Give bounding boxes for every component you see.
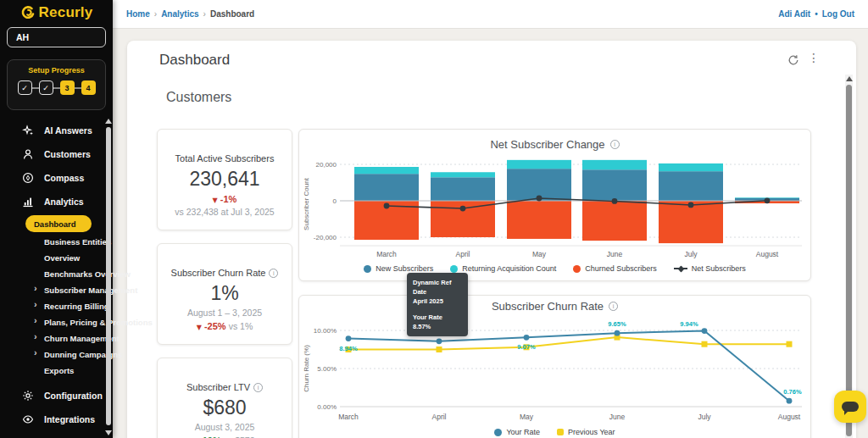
svg-text:9.94%: 9.94% (680, 320, 698, 328)
sidebar-item-business-entities[interactable]: Business Entities (0, 234, 105, 250)
recurly-logo-icon (20, 5, 36, 20)
sidebar-scrollbar-thumb[interactable] (106, 127, 111, 425)
info-icon[interactable]: i (253, 383, 263, 392)
setup-step-4[interactable]: 4 (81, 80, 96, 95)
scroll-down-arrow[interactable] (105, 430, 112, 435)
down-arrow-icon: ▼ (197, 324, 202, 331)
chart-legend: New Subscribers Returning Acquisition Co… (299, 264, 810, 273)
breadcrumb-analytics[interactable]: Analytics (161, 9, 198, 19)
main-scrollbar-thumb[interactable] (846, 85, 852, 436)
sidebar-item-benchmarks-overview[interactable]: Benchmarks Overview (0, 266, 105, 282)
step-connector (32, 87, 39, 89)
svg-text:July: July (698, 413, 711, 421)
tooltip-title: Dynamic Ref Date (413, 278, 462, 297)
svg-text:March: March (376, 250, 397, 258)
total-active-subscribers-card: Total Active Subscribers 230,641 ▼ -1% v… (157, 129, 292, 230)
sidebar-item-plans-pricing-promotions[interactable]: ›Plans, Pricing & Promotions (0, 314, 105, 330)
breadcrumb-separator: › (203, 9, 206, 19)
sidebar-nav: AI Answers Customers Compass Analytics D… (0, 119, 105, 438)
user-separator: • (815, 9, 818, 19)
user-name-link[interactable]: Adi Adit (778, 9, 810, 19)
svg-text:Subscriber Count: Subscriber Count (303, 177, 310, 230)
eye-icon (22, 413, 34, 425)
sidebar-item-recurring-billing[interactable]: ›Recurring Billing (0, 298, 105, 314)
setup-step-2[interactable]: ✓ (39, 80, 53, 95)
setup-progress-steps: ✓ ✓ 3 4 (8, 80, 105, 95)
setup-progress-card[interactable]: Setup Progress ✓ ✓ 3 4 (7, 59, 106, 110)
breadcrumb-separator: › (154, 9, 157, 19)
tooltip-value: 8.57% (413, 322, 462, 331)
legend-returning-acquisition[interactable]: Returning Acquisition Count (450, 264, 556, 273)
legend-label: Returning Acquisition Count (462, 264, 556, 273)
sidebar-item-ai-answers[interactable]: AI Answers (0, 119, 105, 142)
chat-button[interactable] (834, 391, 866, 423)
sidebar-item-dunning-campaigns[interactable]: ›Dunning Campaigns (0, 347, 105, 363)
tooltip-series-label: Your Rate (413, 313, 462, 322)
legend-new-subscribers[interactable]: New Subscribers (364, 264, 433, 273)
bar-chart-icon (22, 196, 34, 208)
svg-text:May: May (532, 250, 547, 258)
sidebar-item-churn-management[interactable]: ›Churn Management (0, 330, 105, 347)
svg-text:8.94%: 8.94% (339, 345, 358, 352)
info-icon[interactable]: i (609, 302, 618, 311)
sidebar-scrollbar[interactable] (105, 119, 112, 435)
refresh-icon (787, 53, 800, 67)
sidebar-item-label: Subscriber Management (44, 286, 137, 295)
setup-step-3[interactable]: 3 (60, 80, 75, 95)
legend-net-subscribers[interactable]: Net Subscribers (674, 264, 746, 273)
metric-delta: ▼ -1% (158, 194, 292, 204)
legend-your-rate[interactable]: Your Rate (494, 428, 540, 436)
sidebar-item-label: AI Answers (44, 125, 92, 136)
sidebar-item-configuration[interactable]: Configuration (0, 384, 105, 408)
logout-link[interactable]: Log Out (822, 9, 854, 19)
topbar: Home › Analytics › Dashboard Adi Adit • … (113, 0, 868, 29)
sidebar-item-subscriber-management[interactable]: ›Subscriber Management (0, 282, 105, 298)
setup-step-1[interactable]: ✓ (18, 80, 32, 95)
recurly-logo[interactable]: Recurly (0, 2, 113, 24)
main-scrollbar[interactable] (845, 75, 853, 438)
sidebar-item-compass[interactable]: Compass (0, 166, 105, 190)
scroll-up-arrow[interactable] (105, 119, 112, 124)
svg-text:Churn Rate (%): Churn Rate (%) (303, 345, 310, 392)
legend-label: New Subscribers (376, 264, 433, 273)
legend-label: Net Subscribers (692, 264, 746, 273)
chart-title-text: Subscriber Churn Rate (492, 300, 604, 313)
sidebar-item-integrations[interactable]: Integrations (0, 408, 105, 431)
legend-marker (557, 429, 564, 435)
kebab-menu-button[interactable]: ⋮ (808, 51, 820, 68)
sidebar-item-overview[interactable]: Overview (0, 250, 105, 266)
account-selector[interactable]: AH (7, 27, 106, 47)
info-icon[interactable]: i (610, 140, 620, 149)
scroll-up-arrow[interactable] (846, 76, 853, 81)
chart-title: Subscriber Churn Rate i (299, 300, 810, 313)
breadcrumb-home[interactable]: Home (126, 9, 150, 19)
sidebar-item-label: Customers (44, 149, 91, 159)
gear-icon (22, 390, 34, 402)
setup-progress-title: Setup Progress (8, 66, 105, 75)
refresh-button[interactable] (787, 53, 802, 69)
brand-name: Recurly (39, 4, 93, 21)
sidebar: Recurly AH Setup Progress ✓ ✓ 3 4 AI Ans… (0, 0, 113, 438)
compass-icon (22, 172, 34, 184)
sidebar-item-exports[interactable]: Exports (0, 363, 105, 379)
sidebar-item-customers[interactable]: Customers (0, 142, 105, 166)
step-connector (75, 87, 81, 89)
metric-period: August 3, 2025 (158, 422, 292, 432)
legend-churned-subscribers[interactable]: Churned Subscribers (573, 264, 657, 273)
sidebar-item-dashboard[interactable]: Dashboard (0, 215, 105, 232)
svg-text:9.65%: 9.65% (608, 320, 626, 328)
metric-delta: ▼ -25% vs 1% (158, 321, 292, 331)
sidebar-item-label: Analytics (44, 197, 84, 207)
metric-title: Subscriber LTV i (186, 382, 263, 392)
sidebar-item-label: Exports (44, 366, 74, 375)
subscriber-ltv-card: Subscriber LTV i $680 August 3, 2025 ▲ 1… (157, 358, 292, 438)
subscriber-churn-rate-card: Subscriber Churn Rate i 1% August 1 – 3,… (157, 243, 292, 345)
info-icon[interactable]: i (269, 269, 278, 278)
svg-text:August: August (756, 250, 779, 258)
user-menu: Adi Adit • Log Out (778, 9, 854, 19)
legend-previous-year[interactable]: Previous Year (557, 428, 615, 436)
chart-tooltip: Dynamic Ref Date April 2025 Your Rate 8.… (407, 273, 468, 336)
svg-text:April: April (455, 250, 470, 258)
sidebar-item-analytics[interactable]: Analytics (0, 190, 105, 213)
sidebar-item-admin[interactable]: Admin (0, 431, 105, 438)
